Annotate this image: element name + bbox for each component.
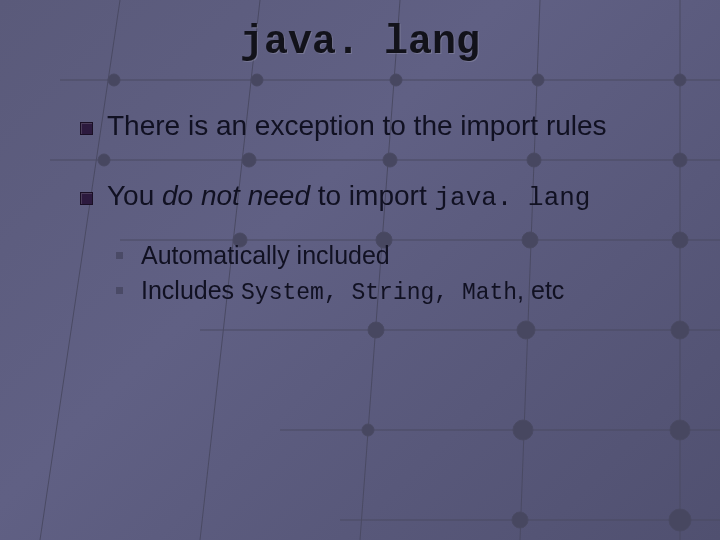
svg-point-26 [517, 321, 535, 339]
text-run-mono: System, String, Math [241, 280, 517, 306]
slide: java. lang There is an exception to the … [0, 0, 720, 540]
bullet-text: There is an exception to the import rule… [107, 110, 680, 142]
text-run: You [107, 180, 162, 211]
svg-point-12 [251, 74, 263, 86]
square-bullet-icon [116, 287, 123, 294]
text-run: Includes [141, 276, 241, 304]
square-bullet-icon [80, 192, 93, 205]
svg-point-11 [108, 74, 120, 86]
text-run: , etc [517, 276, 564, 304]
bullet-level2: Includes System, String, Math, etc [116, 276, 680, 306]
svg-point-25 [368, 322, 384, 338]
bullet-text: Includes System, String, Math, etc [141, 276, 564, 306]
svg-point-15 [674, 74, 686, 86]
text-run-italic: do not need [162, 180, 310, 211]
bullet-text: You do not need to import java. lang [107, 180, 680, 213]
bullet-level2: Automatically included [116, 241, 680, 270]
svg-point-30 [670, 420, 690, 440]
text-run-mono: java. lang [434, 183, 590, 213]
slide-title: java. lang [0, 20, 720, 65]
square-bullet-icon [80, 122, 93, 135]
svg-point-28 [362, 424, 374, 436]
svg-point-14 [532, 74, 544, 86]
svg-point-27 [671, 321, 689, 339]
text-run: to import [310, 180, 434, 211]
svg-point-29 [513, 420, 533, 440]
svg-point-13 [390, 74, 402, 86]
square-bullet-icon [116, 252, 123, 259]
bullet-level1: You do not need to import java. lang [80, 180, 680, 213]
svg-point-31 [512, 512, 528, 528]
slide-body: There is an exception to the import rule… [80, 110, 680, 312]
sub-bullet-group: Automatically included Includes System, … [116, 241, 680, 306]
bullet-level1: There is an exception to the import rule… [80, 110, 680, 142]
bullet-text: Automatically included [141, 241, 390, 270]
svg-point-32 [669, 509, 691, 531]
